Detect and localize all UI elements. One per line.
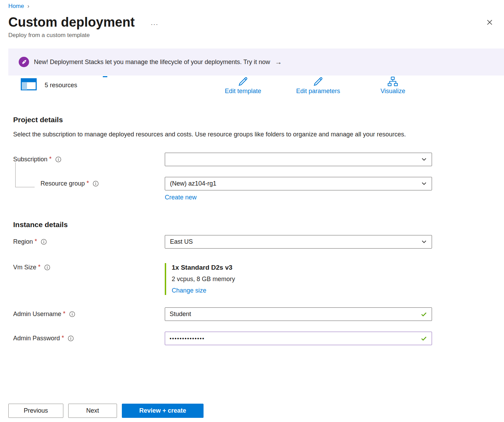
admin-username-row: Admin Username * xyxy=(13,307,432,321)
banner-message: New! Deployment Stacks let you manage th… xyxy=(34,59,270,66)
info-icon[interactable] xyxy=(44,264,50,270)
pencil-icon xyxy=(238,76,249,87)
required-asterisk: * xyxy=(62,334,64,342)
project-details-heading: Project details xyxy=(13,116,432,124)
pencil-icon xyxy=(313,76,324,87)
breadcrumb: Home › xyxy=(0,0,504,10)
admin-password-label: Admin Password xyxy=(13,335,60,342)
project-details-description: Select the subscription to manage deploy… xyxy=(13,129,411,140)
deployment-stacks-banner[interactable]: New! Deployment Stacks let you manage th… xyxy=(8,48,504,75)
close-icon[interactable] xyxy=(485,18,494,27)
admin-username-label: Admin Username xyxy=(13,311,61,318)
truncated-link-fragment xyxy=(103,76,107,77)
edit-parameters-button[interactable]: Edit parameters xyxy=(296,76,340,95)
info-icon[interactable] xyxy=(69,311,75,317)
instance-details-heading: Instance details xyxy=(13,221,432,229)
visualize-button[interactable]: Visualize xyxy=(380,76,405,95)
chevron-right-icon: › xyxy=(27,3,29,9)
page-subtitle: Deploy from a custom template xyxy=(0,30,504,39)
arrow-right-icon: → xyxy=(275,58,282,66)
subscription-row: Subscription * xyxy=(13,153,432,166)
visualize-label: Visualize xyxy=(380,88,405,95)
overflow-menu-button[interactable]: ··· xyxy=(151,16,158,28)
required-asterisk: * xyxy=(87,180,89,187)
region-dropdown[interactable]: East US xyxy=(165,235,432,249)
region-label: Region xyxy=(13,238,33,245)
admin-password-input[interactable] xyxy=(165,332,432,345)
chevron-down-icon xyxy=(421,239,427,244)
breadcrumb-home-link[interactable]: Home xyxy=(8,3,24,10)
required-asterisk: * xyxy=(38,263,40,271)
footer-actions: Previous Next Review + create xyxy=(8,404,204,418)
custom-deployment-page: Home › Custom deployment ··· Deploy from… xyxy=(0,0,504,345)
info-icon[interactable] xyxy=(93,181,99,187)
edit-template-label: Edit template xyxy=(225,88,261,95)
info-icon[interactable] xyxy=(41,239,47,245)
required-asterisk: * xyxy=(49,155,52,163)
region-value: East US xyxy=(170,238,421,245)
admin-username-input[interactable] xyxy=(165,307,432,321)
previous-button[interactable]: Previous xyxy=(8,404,63,418)
page-header: Custom deployment ··· xyxy=(0,10,504,30)
vm-size-row: Vm Size * 1x Standard D2s v3 2 vcpus, 8 … xyxy=(13,263,432,295)
template-resources-icon xyxy=(21,78,37,90)
indent-connector xyxy=(15,162,35,187)
template-summary: 5 resources xyxy=(21,78,77,90)
required-asterisk: * xyxy=(35,238,37,245)
resource-group-row: Resource group * (New) az104-rg1 xyxy=(13,177,432,190)
form-content: Project details Select the subscription … xyxy=(0,116,504,345)
resource-count: 5 resources xyxy=(45,82,77,90)
region-row: Region * East US xyxy=(13,235,432,249)
required-asterisk: * xyxy=(63,310,65,317)
edit-parameters-label: Edit parameters xyxy=(296,88,340,95)
template-toolbar: 5 resources Edit template Edit parameter… xyxy=(0,75,504,105)
edit-template-button[interactable]: Edit template xyxy=(225,76,261,95)
subscription-dropdown[interactable] xyxy=(165,153,432,166)
admin-password-row: Admin Password * xyxy=(13,332,432,345)
info-icon[interactable] xyxy=(68,335,74,341)
review-create-button[interactable]: Review + create xyxy=(122,404,204,418)
rocket-icon xyxy=(19,57,29,67)
vm-size-specs: 2 vcpus, 8 GB memory xyxy=(172,276,432,283)
create-new-link[interactable]: Create new xyxy=(165,194,197,201)
next-button[interactable]: Next xyxy=(68,404,117,418)
vm-size-selection: 1x Standard D2s v3 2 vcpus, 8 GB memory … xyxy=(165,263,432,295)
resource-group-dropdown[interactable]: (New) az104-rg1 xyxy=(165,177,432,190)
info-icon[interactable] xyxy=(55,156,61,162)
chevron-down-icon xyxy=(421,181,427,186)
page-title: Custom deployment xyxy=(8,14,135,30)
resource-group-label: Resource group xyxy=(40,180,85,187)
resource-group-value: (New) az104-rg1 xyxy=(170,180,421,187)
subscription-label: Subscription xyxy=(13,156,47,163)
chevron-down-icon xyxy=(421,156,427,162)
vm-size-label: Vm Size xyxy=(13,264,36,271)
vm-size-selection-title: 1x Standard D2s v3 xyxy=(172,264,432,271)
org-chart-icon xyxy=(387,76,399,87)
change-size-link[interactable]: Change size xyxy=(172,287,206,294)
